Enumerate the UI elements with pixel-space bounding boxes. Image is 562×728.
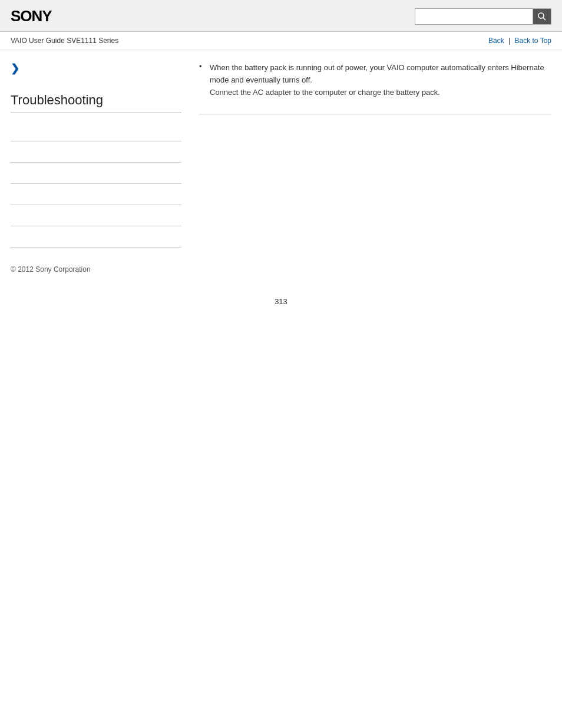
list-item: [11, 184, 181, 205]
back-to-top-link[interactable]: Back to Top: [515, 37, 551, 45]
search-area: [415, 8, 551, 25]
page-num-text: 313: [275, 297, 287, 306]
sidebar-link-6[interactable]: [11, 233, 12, 241]
sidebar-link-4[interactable]: [11, 190, 12, 199]
sidebar-arrow: ❯: [11, 62, 181, 75]
bullet-line2: Connect the AC adapter to the computer o…: [210, 88, 440, 97]
back-link[interactable]: Back: [488, 37, 504, 45]
main-content: • When the battery pack is running out o…: [193, 62, 551, 248]
page-number: 313: [0, 285, 562, 312]
sony-logo: SONY: [11, 7, 52, 25]
page-header: SONY: [0, 0, 562, 32]
sidebar: ❯ Troubleshooting: [11, 62, 193, 248]
bullet-line1: When the battery pack is running out of …: [210, 63, 544, 84]
sidebar-links: [11, 120, 181, 248]
bullet-text: When the battery pack is running out of …: [210, 62, 551, 98]
list-item: [11, 205, 181, 226]
svg-point-0: [538, 13, 544, 18]
nav-links: Back | Back to Top: [488, 37, 551, 45]
sidebar-link-2[interactable]: [11, 148, 12, 156]
guide-title: VAIO User Guide SVE1111 Series: [11, 37, 118, 45]
footer-copyright: © 2012 Sony Corporation: [0, 248, 562, 285]
bullet-dot: •: [199, 62, 210, 71]
sidebar-link-1[interactable]: [11, 127, 12, 135]
search-input[interactable]: [415, 8, 533, 25]
list-item: [11, 141, 181, 163]
sidebar-link-3[interactable]: [11, 169, 12, 177]
content-area: ❯ Troubleshooting • When the battery pac…: [0, 50, 562, 248]
search-icon: [537, 12, 547, 21]
sidebar-link-5[interactable]: [11, 212, 12, 220]
list-item: [11, 163, 181, 184]
breadcrumb-bar: VAIO User Guide SVE1111 Series Back | Ba…: [0, 32, 562, 50]
list-item: [11, 120, 181, 141]
copyright-text: © 2012 Sony Corporation: [11, 265, 91, 274]
search-button[interactable]: [533, 8, 551, 25]
content-block: • When the battery pack is running out o…: [199, 62, 551, 114]
sidebar-section-title: Troubleshooting: [11, 93, 181, 113]
bullet-item: • When the battery pack is running out o…: [199, 62, 551, 98]
nav-separator: |: [508, 37, 510, 45]
svg-line-1: [543, 18, 546, 20]
list-item: [11, 226, 181, 248]
